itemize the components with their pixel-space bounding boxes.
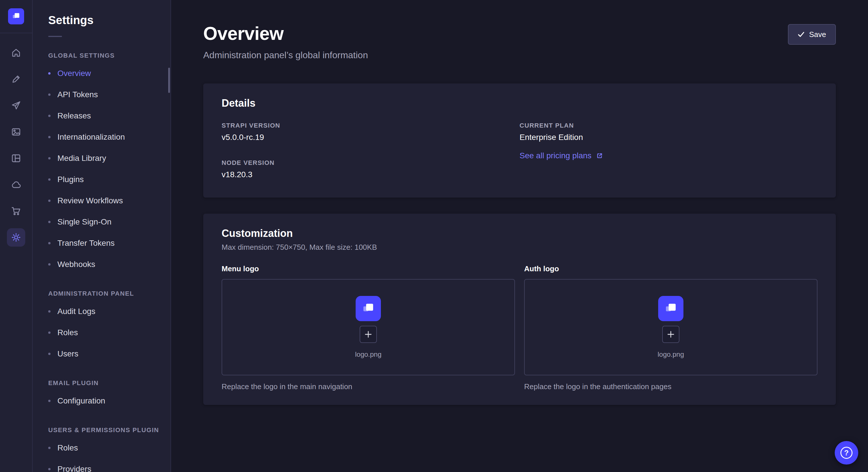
node-version-label: NODE VERSION [222, 159, 520, 167]
nav-media-library[interactable] [7, 123, 25, 141]
nav-home[interactable] [7, 43, 25, 62]
settings-nav-item-transfer-tokens[interactable]: Transfer Tokens [48, 233, 162, 254]
current-plan-value: Enterprise Edition [520, 133, 817, 142]
app-root: KD Settings GLOBAL SETTINGS Overview API… [0, 0, 868, 472]
bullet-icon [48, 468, 51, 470]
settings-nav-item-media-library[interactable]: Media Library [48, 148, 162, 169]
cloud-icon [11, 179, 21, 190]
bullet-icon [48, 400, 51, 402]
menu-logo-preview [355, 296, 381, 321]
strapi-mark-icon [360, 300, 377, 317]
nav-releases[interactable] [7, 96, 25, 115]
auth-logo-dropzone[interactable]: logo.png [524, 279, 817, 375]
content-manager-icon [11, 74, 21, 84]
bullet-icon [48, 332, 51, 334]
external-link-icon [596, 152, 603, 159]
settings-nav-item-overview[interactable]: Overview [48, 63, 162, 84]
menu-logo-file-name: logo.png [355, 350, 381, 359]
main-nav-brand-area [0, 0, 32, 33]
strapi-logo-icon [10, 11, 22, 22]
save-button-label: Save [809, 30, 826, 39]
nav-item-label: Webhooks [57, 260, 95, 269]
logo-uploads: Menu logo logo [222, 264, 817, 391]
nav-marketplace[interactable] [7, 202, 25, 220]
settings-nav-item-review-workflows[interactable]: Review Workflows [48, 190, 162, 211]
pricing-plans-link[interactable]: See all pricing plans [520, 151, 603, 160]
settings-nav-item-users[interactable]: Users [48, 343, 162, 365]
bullet-icon [48, 447, 51, 449]
current-plan-label: CURRENT PLAN [520, 122, 817, 129]
nav-settings[interactable] [7, 228, 25, 247]
settings-nav-item-admin-roles[interactable]: Roles [48, 322, 162, 343]
current-plan-field: CURRENT PLAN Enterprise Edition [520, 122, 817, 142]
paper-plane-icon [11, 100, 21, 111]
page-header-text: Overview Administration panel’s global i… [203, 23, 368, 61]
details-right-column: CURRENT PLAN Enterprise Edition See all … [520, 122, 817, 179]
settings-subnav: Settings GLOBAL SETTINGS Overview API To… [33, 0, 171, 472]
layout-icon [11, 153, 21, 164]
customization-card: Customization Max dimension: 750×750, Ma… [203, 214, 836, 405]
page-subtitle: Administration panel’s global informatio… [203, 50, 368, 61]
menu-logo-caption: Replace the logo in the main navigation [222, 382, 515, 391]
details-card-title: Details [222, 97, 817, 109]
nav-item-label: Providers [57, 465, 91, 472]
pricing-plans-link-label: See all pricing plans [520, 151, 592, 160]
details-grid: STRAPI VERSION v5.0.0-rc.19 NODE VERSION… [222, 122, 817, 179]
bullet-icon [48, 157, 51, 160]
bullet-icon [48, 136, 51, 138]
nav-content-manager[interactable] [7, 70, 25, 88]
question-mark-icon: ? [840, 447, 852, 459]
settings-nav-item-releases[interactable]: Releases [48, 105, 162, 127]
settings-nav-item-single-sign-on[interactable]: Single Sign-On [48, 211, 162, 233]
media-library-icon [11, 127, 21, 137]
auth-logo-add-button[interactable] [662, 326, 679, 343]
menu-logo-label: Menu logo [222, 264, 515, 273]
main-nav: KD [0, 0, 33, 472]
strapi-version-label: STRAPI VERSION [222, 122, 520, 129]
bullet-icon [48, 353, 51, 355]
save-button[interactable]: Save [788, 24, 836, 45]
gear-icon [11, 232, 21, 243]
section-label-users-permissions-plugin: USERS & PERMISSIONS PLUGIN [48, 427, 162, 434]
section-label-administration-panel: ADMINISTRATION PANEL [48, 290, 162, 297]
bullet-icon [48, 178, 51, 181]
details-card: Details STRAPI VERSION v5.0.0-rc.19 NODE… [203, 83, 836, 198]
subnav-scrollbar-thumb[interactable] [168, 68, 170, 93]
settings-nav-item-up-roles[interactable]: Roles [48, 437, 162, 459]
nav-item-label: Review Workflows [57, 196, 123, 205]
bullet-icon [48, 310, 51, 312]
details-left-column: STRAPI VERSION v5.0.0-rc.19 NODE VERSION… [222, 122, 520, 179]
settings-nav-item-internationalization[interactable]: Internationalization [48, 127, 162, 148]
bullet-icon [48, 200, 51, 202]
settings-nav-item-plugins[interactable]: Plugins [48, 169, 162, 190]
settings-nav-item-webhooks[interactable]: Webhooks [48, 254, 162, 275]
plus-icon [667, 330, 675, 338]
settings-nav-item-audit-logs[interactable]: Audit Logs [48, 301, 162, 322]
auth-logo-label: Auth logo [524, 264, 817, 273]
strapi-logo[interactable] [8, 8, 24, 24]
nav-cloud[interactable] [7, 175, 25, 194]
nav-content-type-builder[interactable] [7, 149, 25, 167]
settings-title-divider [48, 36, 62, 37]
nav-item-label: Configuration [57, 396, 105, 405]
settings-subnav-inner: Settings GLOBAL SETTINGS Overview API To… [33, 0, 170, 472]
bullet-icon [48, 263, 51, 266]
menu-logo-add-button[interactable] [360, 326, 377, 343]
nav-item-label: Internationalization [57, 133, 125, 142]
bullet-icon [48, 115, 51, 117]
settings-nav-item-providers[interactable]: Providers [48, 459, 162, 472]
menu-logo-dropzone[interactable]: logo.png [222, 279, 515, 375]
nav-item-label: Single Sign-On [57, 217, 112, 227]
nav-item-label: Transfer Tokens [57, 239, 115, 248]
strapi-version-field: STRAPI VERSION v5.0.0-rc.19 [222, 122, 520, 142]
plus-icon [364, 330, 372, 338]
bullet-icon [48, 94, 51, 96]
nav-item-label: Overview [57, 69, 91, 78]
node-version-field: NODE VERSION v18.20.3 [222, 159, 520, 179]
nav-item-label: Releases [57, 111, 91, 121]
check-icon [798, 31, 805, 38]
strapi-mark-icon [662, 300, 679, 317]
help-button[interactable]: ? [835, 441, 858, 465]
settings-nav-item-email-configuration[interactable]: Configuration [48, 390, 162, 411]
settings-nav-item-api-tokens[interactable]: API Tokens [48, 84, 162, 105]
